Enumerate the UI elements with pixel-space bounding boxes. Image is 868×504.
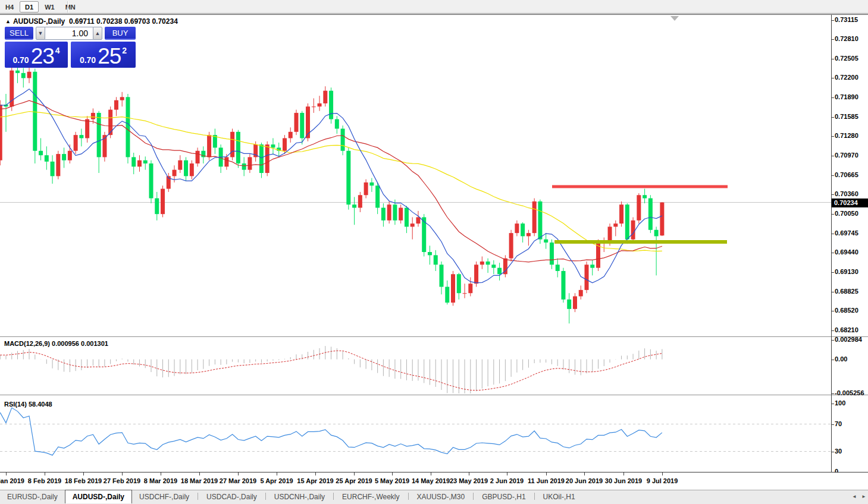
time-axis-tick — [662, 472, 663, 475]
pane-separator[interactable] — [0, 395, 868, 396]
time-axis-label: 20 Jun 2019 — [566, 477, 603, 484]
buy-price-button[interactable]: 0.70 25 2 — [71, 42, 136, 68]
chart-window: ▲AUDUSD-,Daily 0.69711 0.70238 0.69703 0… — [0, 14, 868, 490]
tab-eurchf-weekly[interactable]: EURCHF-,Weekly — [335, 490, 406, 503]
current-price-badge: 0.70234 — [832, 199, 868, 207]
sell-price-prefix: 0.70 — [12, 54, 29, 66]
rsi-axis-tick — [831, 452, 834, 452]
candlesticks — [0, 65, 664, 323]
time-axis-label: 18 Feb 2019 — [65, 477, 102, 484]
tab-gbpusd-h1[interactable]: GBPUSD-,H1 — [475, 490, 532, 503]
time-axis-tick — [546, 472, 547, 475]
price-axis-label: 0.68520 — [835, 307, 858, 314]
buy-price-prefix: 0.70 — [80, 54, 96, 66]
price-axis-label: 0.69440 — [835, 248, 858, 256]
tab-separator — [408, 493, 409, 500]
time-axis-label: 30 Jun 2019 — [605, 477, 642, 484]
price-axis-label: 0.73115 — [835, 16, 858, 23]
price-axis-label: 0.71585 — [835, 113, 858, 120]
sell-button[interactable]: SELL — [5, 27, 33, 40]
time-axis-tick — [161, 472, 161, 475]
tab-eurusd-daily[interactable]: EURUSD-,Daily — [0, 490, 65, 503]
time-axis-label: 25 Apr 2019 — [336, 477, 372, 484]
time-axis-label: 30 Jan 2019 — [0, 477, 24, 484]
timeframe-button-mn[interactable]: MN — [61, 2, 80, 13]
price-axis-label: 0.69745 — [835, 229, 858, 237]
price-axis-label: 0.72810 — [835, 35, 858, 42]
time-axis-tick — [199, 472, 200, 475]
price-axis-label: 0.70665 — [835, 171, 858, 178]
buy-price-big-digits: 25 — [98, 47, 121, 66]
tabs-scroll-left-icon[interactable]: ◄ — [852, 494, 857, 499]
price-axis-tick — [831, 194, 834, 195]
time-axis-label: 18 Mar 2019 — [181, 477, 218, 484]
macd-axis-tick — [831, 340, 834, 341]
price-axis-label: 0.68825 — [835, 288, 858, 295]
tab-ukoil-h1[interactable]: UKOil-,H1 — [536, 490, 582, 503]
price-axis-label: 0.71890 — [835, 93, 858, 100]
time-axis-label: 14 May 2019 — [412, 477, 450, 484]
rsi-label: RSI(14) 58.4048 — [4, 401, 52, 408]
price-axis-tick — [831, 214, 834, 215]
tab-audusd-daily[interactable]: AUDUSD-,Daily — [65, 490, 132, 503]
toolbar-separator — [67, 1, 68, 12]
chevron-down-icon: ▼ — [38, 30, 43, 36]
timeframe-toolbar: H4D1W1MN — [0, 0, 868, 14]
tab-usdcnh-daily[interactable]: USDCNH-,Daily — [267, 490, 332, 503]
macd-axis-label: 0.002984 — [835, 336, 862, 343]
volume-decrease-button[interactable]: ▼ — [36, 27, 45, 40]
price-axis-label: 0.70050 — [835, 210, 858, 217]
time-axis-tick — [392, 472, 393, 475]
pane-separator[interactable] — [0, 336, 868, 338]
volume-increase-button[interactable]: ▲ — [93, 27, 102, 40]
time-axis-label: 2 Jun 2019 — [490, 477, 524, 484]
tab-usdcad-daily[interactable]: USDCAD-,Daily — [199, 490, 264, 503]
macd-axis-tick — [831, 393, 834, 394]
rsi-axis-label: 70 — [835, 420, 842, 427]
time-axis-label: 5 Apr 2019 — [260, 477, 293, 484]
timeframe-button-w1[interactable]: W1 — [40, 2, 59, 13]
symbol-marker-icon: ▲ — [5, 18, 11, 24]
rsi-axis-label: 30 — [835, 448, 842, 455]
price-axis-tick — [831, 39, 834, 40]
chart-ohlc-values: 0.69711 0.70238 0.69703 0.70234 — [69, 17, 178, 26]
price-axis-tick — [831, 20, 834, 21]
macd-axis-label: -0.005256 — [835, 389, 864, 396]
timeframe-button-h4[interactable]: H4 — [1, 2, 18, 13]
price-axis-label: 0.70970 — [835, 152, 858, 159]
rsi-axis-tick — [831, 404, 834, 404]
rsi-axis-label: 100 — [835, 399, 845, 407]
price-axis-tick — [831, 330, 834, 331]
tab-usdchf-daily[interactable]: USDCHF-,Daily — [132, 490, 196, 503]
price-axis-tick — [831, 311, 834, 311]
tab-separator — [473, 493, 474, 500]
tab-separator — [265, 493, 266, 500]
macd-label: MACD(12,26,9) 0.000956 0.001301 — [4, 340, 108, 347]
macd-indicator-pane[interactable] — [0, 338, 831, 395]
time-axis-tick — [83, 472, 84, 475]
sell-price-button[interactable]: 0.70 23 4 — [5, 42, 68, 68]
buy-price-pipette: 2 — [122, 46, 127, 55]
one-click-trading-panel: SELL ▼ ▲ BUY 0.70 23 4 0.70 25 2 — [5, 27, 136, 68]
time-axis-label: 27 Feb 2019 — [104, 477, 140, 484]
price-axis-label: 0.72200 — [835, 74, 858, 81]
chart-title: ▲AUDUSD-,Daily 0.69711 0.70238 0.69703 0… — [5, 17, 178, 26]
chart-tabs-bar: EURUSD-,DailyAUDUSD-,DailyUSDCHF-,DailyU… — [0, 490, 868, 504]
tab-xauusd-m30[interactable]: XAUUSD-,M30 — [410, 490, 472, 503]
tabs-scroll-right-icon[interactable]: ► — [861, 494, 866, 499]
price-axis-tick — [831, 253, 834, 253]
chart-shift-marker-icon[interactable] — [670, 16, 679, 21]
price-axis-label: 0.70360 — [835, 190, 858, 197]
rsi-line — [0, 408, 662, 455]
price-axis-tick — [831, 234, 834, 234]
buy-button[interactable]: BUY — [105, 27, 136, 40]
macd-histogram — [0, 346, 662, 393]
price-axis-tick — [831, 175, 834, 176]
price-axis-label: 0.68210 — [835, 326, 858, 333]
chevron-up-icon: ▲ — [95, 30, 101, 36]
timeframe-button-d1[interactable]: D1 — [20, 1, 39, 12]
volume-input[interactable] — [45, 27, 93, 40]
time-axis[interactable]: 30 Jan 20198 Feb 201918 Feb 201927 Feb 2… — [0, 472, 868, 490]
price-axis-tick — [831, 292, 834, 292]
rsi-indicator-pane[interactable] — [0, 396, 831, 472]
